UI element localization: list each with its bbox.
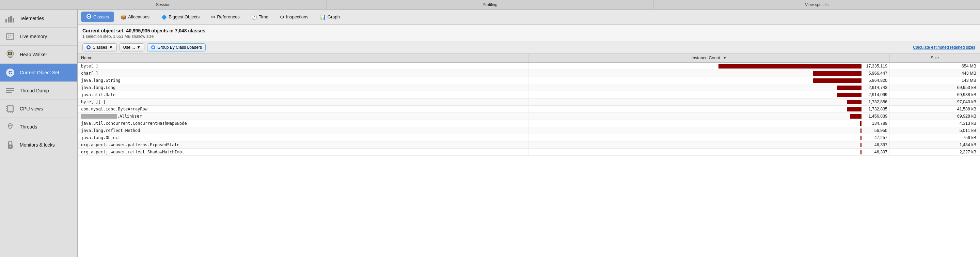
live-memory-icon [5, 31, 16, 42]
tab-time[interactable]: 🕐 Time [246, 12, 274, 22]
classes-dropdown-btn[interactable]: Classes ▼ [83, 43, 117, 51]
cell-size: 69,953 kB [890, 84, 980, 91]
table-row[interactable]: java.util.Date2,914,09969,938 kB [78, 91, 980, 99]
tab-classes[interactable]: Classes [81, 11, 114, 22]
classes-dropdown-arrow: ▼ [109, 45, 113, 50]
group-btn-icon [151, 45, 156, 50]
tab-references[interactable]: ✂ References [206, 12, 245, 22]
tab-graph[interactable]: 📊 Graph [315, 12, 345, 22]
table-row[interactable]: byte[ ][ ]1,732,85697,040 kB [78, 99, 980, 106]
table-row[interactable]: org.aspectj.weaver.reflect.ShadowMatchIm… [78, 148, 980, 156]
col-instance-count[interactable]: Instance Count ▼ [529, 54, 890, 62]
table-row[interactable]: java.lang.Object47,257756 kB [78, 134, 980, 142]
count-number: 5,966,447 [864, 71, 888, 76]
cell-size: 2,227 kB [890, 148, 980, 156]
svg-point-40 [88, 46, 89, 48]
cell-count: 1,456,839 [529, 113, 890, 120]
cell-size: 5,011 kB [890, 127, 980, 134]
current-object-set-icon: C [5, 67, 16, 78]
sidebar-item-telemetries[interactable]: Telemetries [0, 10, 77, 28]
cell-size: 654 MB [890, 62, 980, 70]
cell-name: com.mysql.idbc.ByteArrayRow [78, 106, 529, 113]
instance-bar [860, 121, 862, 126]
sidebar-item-monitors-locks[interactable]: Monitors & locks [0, 136, 77, 154]
sidebar: Telemetries Live memory Heap Walker C Cu… [0, 10, 78, 257]
cell-name: ████████████████.AllinUser [78, 113, 529, 120]
time-tab-icon: 🕐 [251, 14, 257, 20]
count-number: 1,732,856 [864, 99, 888, 104]
sidebar-item-live-memory[interactable]: Live memory [0, 28, 77, 46]
cell-count: 1,732,835 [529, 106, 890, 113]
cell-size: 443 MB [890, 70, 980, 77]
classes-btn-label: Classes [92, 45, 107, 50]
cell-name: java.util.concurrent.ConcurrentHashMap$N… [78, 120, 529, 127]
tab-classes-label: Classes [93, 14, 109, 19]
count-number: 56,950 [864, 128, 888, 133]
top-bar-session: Session [0, 0, 327, 9]
biggest-objects-tab-icon: 🔷 [161, 14, 167, 20]
svg-rect-6 [8, 35, 9, 36]
cell-name: byte[ ][ ] [78, 99, 529, 106]
table-row[interactable]: java.util.concurrent.ConcurrentHashMap$N… [78, 120, 980, 127]
cell-name: byte[ ] [78, 62, 529, 70]
instance-bar [861, 136, 862, 140]
sidebar-item-label-heap-walker: Heap Walker [20, 52, 47, 57]
table-row[interactable]: java.lang.Long2,914,74369,953 kB [78, 84, 980, 91]
count-number: 1,456,839 [864, 114, 888, 119]
table-row[interactable]: byte[ ]17,335,119654 MB [78, 62, 980, 70]
tab-allocations-label: Allocations [128, 14, 150, 19]
top-bar: Session Profiling View specific [0, 0, 980, 10]
tab-biggest-objects[interactable]: 🔷 Biggest Objects [156, 12, 205, 22]
table-row[interactable]: java.lang.reflect.Method56,9505,011 kB [78, 127, 980, 134]
sidebar-item-current-object-set[interactable]: C Current Object Set [0, 64, 77, 82]
sidebar-item-cpu-views[interactable]: CPU views [0, 100, 77, 118]
svg-point-42 [152, 46, 154, 48]
tab-references-label: References [217, 14, 239, 19]
thread-dump-icon [5, 85, 16, 96]
col-size[interactable]: Size [890, 54, 980, 62]
svg-rect-13 [8, 57, 12, 58]
instance-bar [719, 64, 862, 69]
group-by-class-loaders-btn[interactable]: Group By Class Loaders [147, 43, 206, 51]
tab-inspections[interactable]: ⚙ Inspections [275, 12, 313, 22]
svg-rect-3 [13, 18, 14, 22]
instance-bar [837, 93, 862, 97]
group-btn-label: Group By Class Loaders [158, 45, 202, 50]
sidebar-item-threads[interactable]: Threads [0, 118, 77, 136]
table-row[interactable]: ████████████████.AllinUser1,456,83969,92… [78, 113, 980, 120]
tab-inspections-label: Inspections [286, 14, 309, 19]
sidebar-item-thread-dump[interactable]: Thread Dump [0, 82, 77, 100]
threads-icon [5, 121, 16, 132]
cell-name: char[ ] [78, 70, 529, 77]
cell-count: 2,914,099 [529, 91, 890, 99]
svg-rect-0 [5, 19, 7, 22]
count-number: 5,964,820 [864, 78, 888, 83]
cell-size: 41,588 kB [890, 106, 980, 113]
info-title: Current object set: 40,995,935 objects i… [83, 28, 975, 34]
table-row[interactable]: org.aspectj.weaver.patterns.ExposedState… [78, 142, 980, 148]
col-name[interactable]: Name [78, 54, 529, 62]
svg-point-33 [8, 124, 12, 126]
table-row[interactable]: java.lang.String5,964,820143 MB [78, 77, 980, 84]
count-number: 46,397 [864, 150, 888, 155]
count-number: 1,732,835 [864, 107, 888, 112]
objects-table: Name Instance Count ▼ Size byte[ [78, 54, 980, 156]
use-dropdown-btn[interactable]: Use ... ▼ [119, 43, 145, 51]
tab-allocations[interactable]: 📦 Allocations [115, 12, 154, 22]
cell-count: 134,789 [529, 120, 890, 127]
cell-count: 46,397 [529, 148, 890, 156]
cell-count: 2,914,743 [529, 84, 890, 91]
cell-count: 46,397 [529, 142, 890, 148]
svg-rect-8 [8, 37, 9, 38]
cell-count: 5,964,820 [529, 77, 890, 84]
table-row[interactable]: com.mysql.idbc.ByteArrayRow1,732,83541,5… [78, 106, 980, 113]
instance-bar [813, 71, 862, 76]
table-container: Name Instance Count ▼ Size byte[ [78, 54, 980, 257]
svg-text:C: C [8, 70, 12, 75]
inspections-tab-icon: ⚙ [280, 14, 284, 20]
sidebar-item-heap-walker[interactable]: Heap Walker [0, 46, 77, 64]
instance-bar [850, 114, 862, 119]
table-row[interactable]: char[ ]5,966,447443 MB [78, 70, 980, 77]
top-bar-view-specific: View specific [654, 0, 980, 9]
retained-sizes-link[interactable]: Calculate estimated retained sizes [913, 45, 975, 50]
